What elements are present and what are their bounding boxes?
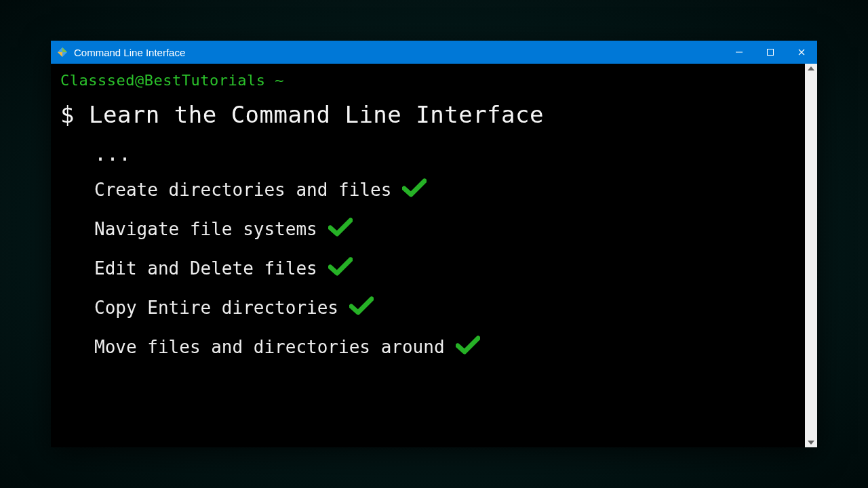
svg-marker-1: [62, 47, 67, 52]
headline-line: $ Learn the Command Line Interface: [60, 101, 795, 128]
item-text: Copy Entire directories: [94, 298, 338, 318]
terminal-window: Command Line Interface Classsed@BestTuto…: [51, 41, 817, 447]
svg-rect-4: [736, 52, 743, 53]
scroll-down-icon[interactable]: [808, 441, 814, 445]
check-icon: [349, 296, 374, 320]
check-icon: [328, 256, 353, 281]
svg-marker-3: [58, 47, 62, 52]
list-item: Navigate file systems: [94, 217, 795, 241]
check-icon: [328, 217, 353, 241]
check-icon: [456, 335, 480, 359]
scroll-up-icon[interactable]: [808, 66, 814, 70]
titlebar[interactable]: Command Line Interface: [51, 41, 817, 64]
close-button[interactable]: [786, 41, 817, 64]
maximize-button[interactable]: [755, 41, 786, 64]
app-icon: [56, 46, 68, 58]
item-text: Navigate file systems: [94, 219, 317, 239]
terminal-body[interactable]: Classsed@BestTutorials ~ $ Learn the Com…: [51, 64, 805, 447]
list-item: Copy Entire directories: [94, 296, 795, 320]
check-icon: [402, 178, 427, 202]
item-text: Move files and directories around: [94, 337, 445, 357]
headline-prefix: $: [60, 101, 89, 128]
item-text: Create directories and files: [94, 180, 391, 200]
list-item: Edit and Delete files: [94, 256, 795, 281]
minimize-button[interactable]: [724, 41, 755, 64]
list-item: Create directories and files: [94, 178, 795, 202]
svg-marker-2: [58, 52, 62, 57]
svg-rect-5: [768, 49, 774, 56]
client-area: Classsed@BestTutorials ~ $ Learn the Com…: [51, 64, 817, 447]
item-text: Edit and Delete files: [94, 258, 317, 279]
list-item: Move files and directories around: [94, 335, 795, 359]
vertical-scrollbar[interactable]: [805, 64, 817, 447]
ellipsis: ...: [94, 142, 795, 165]
headline-text: Learn the Command Line Interface: [89, 101, 544, 128]
window-title: Command Line Interface: [74, 47, 185, 58]
shell-prompt: Classsed@BestTutorials ~: [60, 72, 795, 89]
